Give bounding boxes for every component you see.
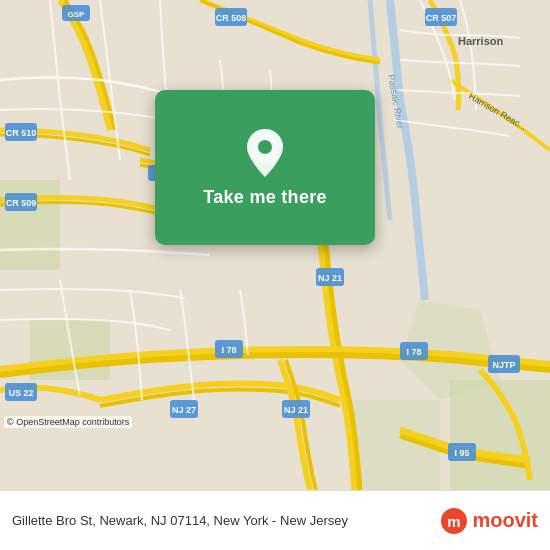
bottom-bar: Gillette Bro St, Newark, NJ 07114, New Y…: [0, 490, 550, 550]
svg-text:NJ 21: NJ 21: [318, 273, 342, 283]
svg-text:Harrison: Harrison: [458, 35, 504, 47]
svg-text:NJ 21: NJ 21: [284, 405, 308, 415]
map-container: CR 507 CR 508 GSP CR 510 CR 509 CR NJ 21…: [0, 0, 550, 490]
moovit-text: moovit: [472, 509, 538, 532]
svg-text:CR 508: CR 508: [216, 13, 247, 23]
svg-text:I 95: I 95: [454, 448, 469, 458]
svg-text:CR 507: CR 507: [426, 13, 457, 23]
osm-credit: © OpenStreetMap contributors: [4, 416, 132, 428]
svg-text:NJ 27: NJ 27: [172, 405, 196, 415]
svg-point-39: [258, 140, 272, 154]
take-me-there-card[interactable]: Take me there: [155, 90, 375, 245]
svg-text:NJTP: NJTP: [492, 360, 515, 370]
address-text: Gillette Bro St, Newark, NJ 07114, New Y…: [12, 513, 440, 528]
moovit-logo: m moovit: [440, 507, 538, 535]
location-pin-icon: [243, 127, 287, 179]
svg-text:GSP: GSP: [68, 10, 86, 19]
svg-text:CR 509: CR 509: [6, 198, 37, 208]
svg-text:m: m: [448, 513, 461, 530]
moovit-logo-icon: m: [440, 507, 468, 535]
take-me-there-button[interactable]: Take me there: [203, 187, 327, 208]
svg-text:I 78: I 78: [221, 345, 236, 355]
svg-text:I 78: I 78: [406, 347, 421, 357]
svg-text:CR 510: CR 510: [6, 128, 37, 138]
svg-text:US 22: US 22: [8, 388, 33, 398]
